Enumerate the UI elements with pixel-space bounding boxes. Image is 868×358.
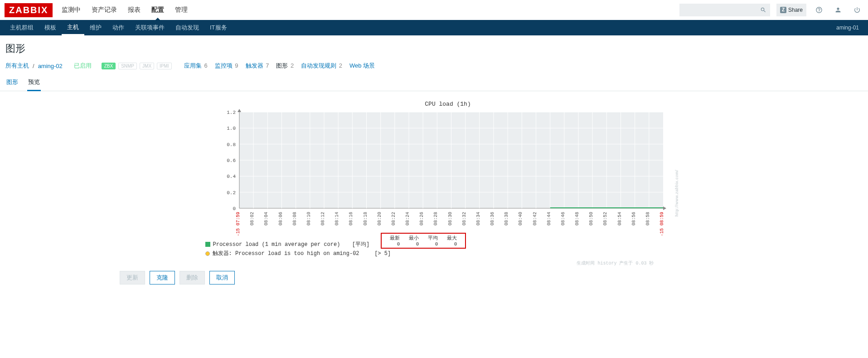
page-title: 图形 xyxy=(0,35,868,60)
legend-agg: [平均] xyxy=(352,240,369,248)
svg-text:08:02: 08:02 xyxy=(250,212,255,226)
tab-0[interactable]: 图形 xyxy=(5,74,19,91)
watermark: http://www.zabbix.com/ xyxy=(675,170,679,216)
svg-text:08:44: 08:44 xyxy=(546,212,551,226)
topnav-item-1[interactable]: 资产记录 xyxy=(92,0,117,20)
secnav-item-1[interactable]: 模板 xyxy=(39,20,62,35)
update-button: 更新 xyxy=(120,271,145,284)
host-link[interactable]: aming-02 xyxy=(38,63,63,69)
legend-swatch-green xyxy=(205,242,210,247)
topnav-item-4[interactable]: 管理 xyxy=(175,0,188,20)
legend-trigger-thresh: [> 5] xyxy=(374,250,391,257)
svg-text:08:32: 08:32 xyxy=(461,212,466,226)
svg-text:08:10: 08:10 xyxy=(306,212,311,226)
share-label: Share xyxy=(788,7,803,13)
svg-text:0: 0 xyxy=(233,206,236,211)
svg-text:0.8: 0.8 xyxy=(227,142,236,147)
legend: Processor load (1 min average per core) … xyxy=(196,240,672,266)
svg-text:08:50: 08:50 xyxy=(589,212,594,226)
svg-text:08:38: 08:38 xyxy=(504,212,509,226)
topnav-item-0[interactable]: 监测中 xyxy=(62,0,81,20)
power-icon[interactable] xyxy=(851,4,863,16)
svg-text:08:24: 08:24 xyxy=(405,212,410,226)
host-count-0[interactable]: 应用集 6 xyxy=(184,62,208,69)
search-icon[interactable] xyxy=(760,7,766,13)
svg-text:08:52: 08:52 xyxy=(603,212,608,226)
logo[interactable]: ZABBIX xyxy=(5,3,53,17)
svg-marker-16 xyxy=(238,109,241,112)
badge-jmx: JMX xyxy=(140,63,154,69)
secondary-nav: 主机群组模板主机维护动作关联项事件自动发现IT服务 aming-01 xyxy=(0,20,868,35)
topbar-right: Z Share xyxy=(679,4,863,16)
svg-text:08:46: 08:46 xyxy=(560,212,565,226)
cancel-button[interactable]: 取消 xyxy=(209,271,235,284)
host-count-1[interactable]: 监控项 9 xyxy=(215,62,238,69)
host-count-2[interactable]: 触发器 7 xyxy=(246,62,269,69)
host-count-5[interactable]: Web 场景 xyxy=(349,62,376,69)
badge-ipmi: IPMI xyxy=(157,63,172,69)
search-input-wrap[interactable] xyxy=(679,4,770,16)
svg-text:08:40: 08:40 xyxy=(518,212,523,226)
legend-swatch-trigger xyxy=(205,251,210,256)
svg-text:08:28: 08:28 xyxy=(433,212,438,226)
svg-text:08:54: 08:54 xyxy=(617,212,622,226)
svg-text:08:20: 08:20 xyxy=(377,212,382,226)
cpu-load-chart: CPU load (1h)00.20.40.60.81.01.208:0208:… xyxy=(196,99,672,235)
topnav-item-2[interactable]: 报表 xyxy=(128,0,141,20)
svg-text:08:30: 08:30 xyxy=(447,212,452,226)
secnav-item-6[interactable]: 自动发现 xyxy=(170,20,204,35)
svg-text:08:26: 08:26 xyxy=(419,212,424,226)
tabs: 图形预览 xyxy=(0,74,868,91)
content: CPU load (1h)00.20.40.60.81.01.208:0208:… xyxy=(0,91,868,294)
svg-text:08:36: 08:36 xyxy=(490,212,495,226)
secnav-item-0[interactable]: 主机群组 xyxy=(5,20,39,35)
badge-snmp: SNMP xyxy=(118,63,137,69)
legend-values-box: 最新最小平均最大 0000 xyxy=(381,233,466,249)
secnav-item-5[interactable]: 关联项事件 xyxy=(130,20,170,35)
tab-1[interactable]: 预览 xyxy=(27,74,41,91)
legend-trigger-row: 触发器: Processor load is too high on aming… xyxy=(196,250,672,257)
secondary-nav-host[interactable]: aming-01 xyxy=(836,25,863,31)
svg-text:08:12: 08:12 xyxy=(320,212,325,226)
svg-text:1.0: 1.0 xyxy=(227,126,236,131)
svg-text:08:34: 08:34 xyxy=(475,212,480,226)
secnav-item-4[interactable]: 动作 xyxy=(107,20,130,35)
svg-text:08:14: 08:14 xyxy=(335,212,339,226)
svg-text:08:04: 08:04 xyxy=(264,212,269,226)
svg-text:0.2: 0.2 xyxy=(227,190,236,196)
svg-text:1.2: 1.2 xyxy=(227,110,236,115)
host-count-4[interactable]: 自动发现规则 2 xyxy=(301,62,342,69)
svg-text:0.6: 0.6 xyxy=(227,158,236,163)
topbar: ZABBIX 监测中资产记录报表配置管理 Z Share xyxy=(0,0,868,20)
svg-text:01-15 07:59: 01-15 07:59 xyxy=(236,212,241,235)
badge-zbx: ZBX xyxy=(102,63,116,69)
delete-button: 删除 xyxy=(179,271,205,284)
clone-button[interactable]: 克隆 xyxy=(150,271,175,284)
svg-text:0.4: 0.4 xyxy=(227,174,236,179)
host-count-3[interactable]: 图形 2 xyxy=(276,62,294,69)
svg-marker-19 xyxy=(663,206,666,210)
legend-series-row: Processor load (1 min average per core) … xyxy=(196,240,672,249)
svg-text:08:18: 08:18 xyxy=(363,212,368,226)
secnav-item-7[interactable]: IT服务 xyxy=(204,20,233,35)
svg-text:CPU load (1h): CPU load (1h) xyxy=(425,101,470,108)
svg-text:08:48: 08:48 xyxy=(575,212,580,226)
top-nav: 监测中资产记录报表配置管理 xyxy=(62,0,188,20)
secnav-item-3[interactable]: 维护 xyxy=(84,20,107,35)
search-input[interactable] xyxy=(683,7,760,13)
share-button[interactable]: Z Share xyxy=(776,4,806,16)
all-hosts-link[interactable]: 所有主机 xyxy=(5,62,29,70)
topnav-item-3[interactable]: 配置 xyxy=(151,0,164,20)
svg-text:08:22: 08:22 xyxy=(391,212,396,226)
help-icon[interactable] xyxy=(813,4,825,16)
legend-series-name: Processor load (1 min average per core) xyxy=(213,241,340,248)
enabled-label: 已启用 xyxy=(74,62,92,70)
host-info-bar: 所有主机 / aming-02 已启用 ZBX SNMP JMX IPMI 应用… xyxy=(0,60,868,74)
chart-footer-note: 生成时间 history 产生于 0.03 秒 xyxy=(196,260,672,266)
user-icon[interactable] xyxy=(832,4,844,16)
secnav-item-2[interactable]: 主机 xyxy=(62,20,84,35)
action-buttons: 更新 克隆 删除 取消 xyxy=(5,266,863,284)
svg-text:08:16: 08:16 xyxy=(349,212,354,226)
chart-container: CPU load (1h)00.20.40.60.81.01.208:0208:… xyxy=(196,99,672,235)
breadcrumb-sep: / xyxy=(33,63,34,69)
